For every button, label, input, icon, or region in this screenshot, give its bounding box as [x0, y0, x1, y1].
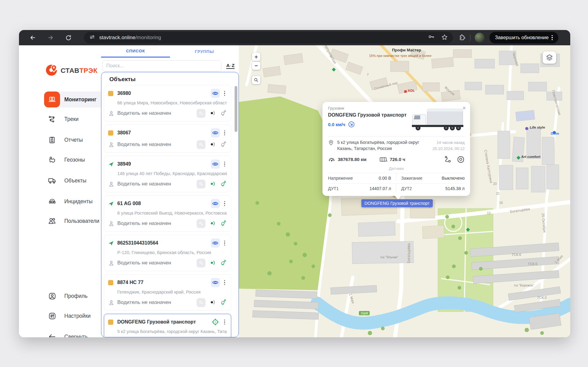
bookmark-star-icon[interactable] — [441, 34, 448, 42]
list-tabs: СПИСОК ГРУППЫ — [101, 45, 239, 58]
map[interactable]: Профи Мастер 15% при химчистке трех веще… — [239, 45, 570, 337]
password-key-icon[interactable] — [428, 33, 435, 42]
sidebar-item-label: Треки — [64, 116, 79, 122]
ignition-beacon-icon[interactable] — [209, 259, 216, 267]
card-menu-icon[interactable] — [222, 160, 227, 168]
popup-close-icon[interactable]: × — [462, 105, 466, 111]
zoom-in-button[interactable]: + — [252, 53, 260, 61]
site-info-icon[interactable] — [89, 34, 96, 42]
key-icon[interactable] — [197, 219, 205, 228]
vehicle-card[interactable]: 61 AG 008 6 улица Ростовский Выезд, Ново… — [104, 195, 231, 232]
sidebar-item-reports[interactable]: Отчеты — [44, 132, 110, 148]
vehicle-address: 6 улица Ростовский Выезд, Новочеркасск, … — [117, 211, 227, 216]
sidebar-item-profile[interactable]: Профиль — [44, 288, 110, 304]
forward-icon[interactable] — [45, 32, 56, 43]
tab-groups[interactable]: ГРУППЫ — [170, 45, 239, 58]
card-menu-icon[interactable] — [222, 200, 227, 208]
driver-icon — [108, 110, 115, 117]
truck-photo — [409, 106, 465, 133]
satellite-icon[interactable] — [220, 140, 227, 149]
tab-list[interactable]: СПИСОК — [101, 45, 170, 58]
search-input[interactable] — [102, 60, 221, 71]
map-search-button[interactable] — [252, 76, 260, 84]
browser-menu-icon[interactable] — [548, 33, 556, 42]
list-scrollbar[interactable] — [235, 86, 237, 132]
card-menu-icon[interactable] — [222, 239, 227, 247]
vehicle-card[interactable]: 38949 146 улица 40 лет Победы, Краснодар… — [104, 156, 231, 192]
map-layers-button[interactable] — [543, 51, 556, 64]
show-on-map-eye-button[interactable] — [211, 128, 220, 137]
vehicle-name: 8874 НС 77 — [117, 280, 211, 285]
users-icon — [44, 213, 60, 229]
card-menu-icon[interactable] — [222, 129, 227, 137]
ignition-beacon-icon[interactable] — [209, 141, 216, 148]
sidebar-item-tracks[interactable]: Треки — [44, 111, 110, 127]
vehicle-card[interactable]: 38067 Водитель не назначен — [104, 125, 231, 153]
sidebar-item-monitoring[interactable]: Мониторинг — [44, 92, 110, 107]
search-row: A↓Z — [101, 58, 239, 74]
key-icon[interactable] — [197, 259, 205, 268]
location-pin-icon — [328, 140, 334, 146]
back-icon[interactable] — [28, 32, 38, 43]
driver-status: Водитель не назначен — [117, 299, 171, 305]
sidebar-item-objects[interactable]: Объекты — [44, 173, 110, 189]
vehicle-color-swatch — [108, 130, 113, 136]
card-menu-icon[interactable] — [222, 279, 227, 286]
url-bar[interactable]: stavtrack.online/monitoring — [84, 32, 453, 43]
sort-az-button[interactable]: A↓Z — [226, 63, 235, 69]
key-icon[interactable] — [197, 109, 205, 118]
vehicle-card[interactable]: 36980 66 улица Мира, Новосибирск, Новоси… — [104, 85, 231, 122]
sidebar-item-users[interactable]: Пользователи — [44, 213, 110, 229]
key-icon[interactable] — [197, 180, 205, 189]
sidebar-item-geozones[interactable]: Геозоны — [44, 152, 110, 168]
key-icon[interactable] — [197, 298, 205, 307]
card-menu-icon[interactable] — [222, 90, 227, 97]
satellite-icon[interactable] — [220, 180, 227, 188]
sidebar-item-label: Отчеты — [64, 137, 83, 143]
key-icon[interactable] — [197, 140, 205, 149]
heading-arrow-icon[interactable] — [348, 121, 355, 128]
show-on-map-eye-button[interactable] — [211, 278, 220, 287]
popup-speed: 0.0 км/ч — [328, 122, 345, 127]
monitoring-icon — [44, 92, 60, 107]
show-on-map-eye-button[interactable] — [211, 89, 220, 98]
popup-engine-hours: 726.0 ч — [390, 157, 405, 162]
ignition-beacon-icon[interactable] — [209, 299, 216, 306]
tracking-target-icon[interactable] — [211, 317, 220, 327]
ignition-beacon-icon[interactable] — [209, 110, 216, 117]
satellite-icon[interactable] — [220, 109, 227, 118]
sensors-graph-icon[interactable] — [444, 155, 451, 163]
sidebar-item-settings[interactable]: Настройки — [44, 308, 110, 324]
moving-arrow-icon — [108, 161, 114, 167]
extensions-icon[interactable] — [458, 34, 466, 41]
sidebar-item-collapse[interactable]: Свернуть — [44, 329, 110, 337]
vehicle-map-label[interactable]: DONGFENG Грузовой транспорт — [361, 199, 433, 207]
sensor-label: Напряжение — [328, 176, 353, 181]
ignition-beacon-icon[interactable] — [209, 180, 216, 188]
layers-icon — [546, 54, 553, 61]
show-on-map-eye-button[interactable] — [211, 238, 220, 248]
profile-avatar[interactable] — [475, 33, 484, 43]
satellite-icon[interactable] — [220, 219, 227, 228]
vehicle-card[interactable]: 862531044310564 Р-120, Глинищево, Брянск… — [104, 235, 231, 271]
update-browser-button[interactable]: Завершить обновление — [489, 32, 558, 43]
vehicle-card-selected[interactable]: DONGFENG Грузовой транспорт 5 к2 улица Б… — [104, 314, 231, 337]
browser-window: stavtrack.online/monitoring Завершить об… — [19, 30, 570, 337]
logo[interactable]: СТАВТРЭК — [45, 63, 97, 78]
reports-icon — [44, 132, 60, 148]
satellite-icon[interactable] — [220, 259, 227, 267]
zoom-out-button[interactable]: − — [252, 62, 260, 70]
settings-gear-icon[interactable] — [457, 155, 465, 163]
vehicle-color-swatch — [108, 280, 113, 285]
reload-icon[interactable] — [63, 32, 74, 43]
show-on-map-eye-button[interactable] — [211, 159, 220, 169]
objects-panel: Объекты 36980 66 улица Мира, Новосибирск… — [101, 72, 239, 337]
show-on-map-eye-button[interactable] — [211, 199, 220, 208]
satellite-icon[interactable] — [220, 298, 227, 307]
vehicle-card[interactable]: 8874 НС 77 Геленджик, Краснодарский край… — [104, 274, 231, 311]
ignition-beacon-icon[interactable] — [209, 220, 216, 227]
popup-address: 5 к2 улица Богатырёва, городской округ К… — [337, 140, 419, 152]
card-menu-icon[interactable] — [222, 318, 227, 326]
sidebar: СТАВТРЭК Мониторинг Треки Отчеты — [19, 45, 101, 337]
sidebar-item-incidents[interactable]: Инциденты — [44, 193, 110, 209]
